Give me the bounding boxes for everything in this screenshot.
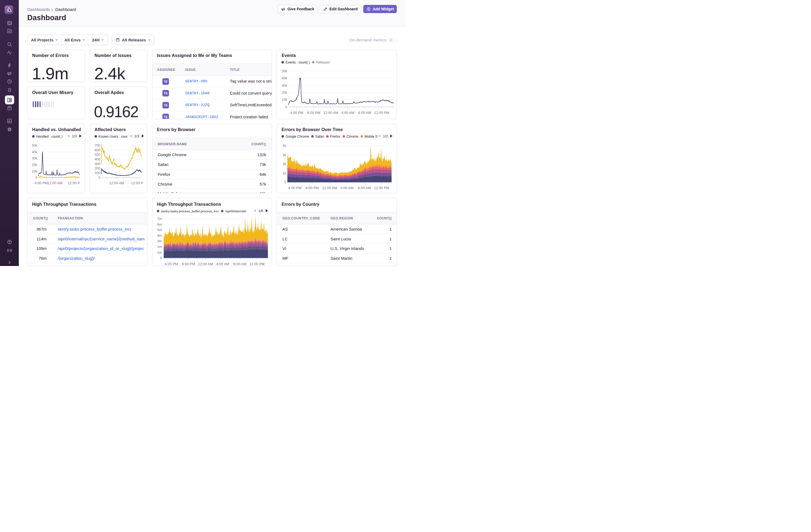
svg-text:4m: 4m (157, 233, 162, 238)
svg-text:4:00 PM: 4:00 PM (290, 110, 303, 115)
svg-text:4k: 4k (282, 144, 287, 148)
svg-text:0: 0 (160, 256, 162, 260)
svg-text:20k: 20k (282, 91, 288, 94)
svg-text:0: 0 (35, 176, 37, 180)
svg-text:0: 0 (284, 180, 286, 184)
svg-text:8:00 AM: 8:00 AM (358, 110, 371, 115)
svg-text:30k: 30k (32, 156, 37, 160)
svg-text:12:00 AM: 12:00 AM (322, 186, 337, 190)
svg-text:4:00 PM: 4:00 PM (35, 181, 48, 185)
svg-text:700: 700 (95, 143, 100, 148)
svg-text:12:00 AM: 12:00 AM (109, 181, 124, 185)
svg-text:40k: 40k (32, 150, 37, 154)
svg-text:5m: 5m (157, 228, 162, 232)
svg-text:3m: 3m (157, 239, 162, 243)
svg-text:400: 400 (95, 157, 100, 161)
svg-text:50k: 50k (282, 69, 288, 73)
svg-text:50k: 50k (32, 143, 37, 148)
svg-text:8:00 AM: 8:00 AM (358, 186, 371, 190)
svg-text:12:00 PM: 12:00 PM (374, 110, 389, 115)
svg-text:600: 600 (95, 148, 100, 152)
svg-text:10k: 10k (32, 169, 37, 173)
svg-text:2m: 2m (157, 245, 162, 248)
svg-text:12:00 PM: 12:00 PM (249, 262, 265, 266)
svg-text:20k: 20k (32, 163, 37, 167)
svg-text:8:00 PM: 8:00 PM (307, 110, 320, 115)
svg-text:40k: 40k (282, 76, 288, 80)
svg-text:8:00 AM: 8:00 AM (233, 262, 246, 266)
svg-text:4:00 AM: 4:00 AM (341, 186, 354, 190)
svg-text:500: 500 (95, 153, 100, 157)
svg-text:12:00 AM: 12:00 AM (47, 181, 62, 185)
svg-text:12:00 PM: 12:00 PM (374, 186, 389, 190)
svg-text:4:00 AM: 4:00 AM (216, 262, 229, 266)
svg-text:6m: 6m (157, 223, 162, 226)
svg-text:4:00 AM: 4:00 AM (341, 110, 354, 115)
svg-text:30k: 30k (282, 83, 288, 87)
svg-text:3k: 3k (282, 153, 287, 157)
svg-text:0: 0 (285, 105, 287, 109)
svg-text:12:00 P: 12:00 P (131, 181, 143, 185)
svg-text:12:00 AM: 12:00 AM (323, 110, 338, 115)
svg-text:300: 300 (95, 162, 100, 166)
svg-text:4:00 PM: 4:00 PM (165, 262, 178, 266)
svg-text:1m: 1m (157, 250, 162, 254)
svg-text:100: 100 (95, 171, 100, 175)
svg-text:4:00 PM: 4:00 PM (288, 186, 302, 190)
svg-text:200: 200 (95, 167, 100, 170)
svg-text:2k: 2k (282, 162, 287, 166)
svg-text:8:00 PM: 8:00 PM (306, 186, 319, 190)
svg-text:7m: 7m (157, 217, 162, 221)
svg-text:12:00 P: 12:00 P (68, 181, 80, 185)
svg-text:1k: 1k (282, 171, 287, 175)
svg-text:0: 0 (98, 176, 100, 180)
svg-text:12:00 AM: 12:00 AM (198, 262, 213, 266)
svg-text:10k: 10k (282, 98, 288, 102)
svg-text:8:00 PM: 8:00 PM (182, 262, 195, 266)
